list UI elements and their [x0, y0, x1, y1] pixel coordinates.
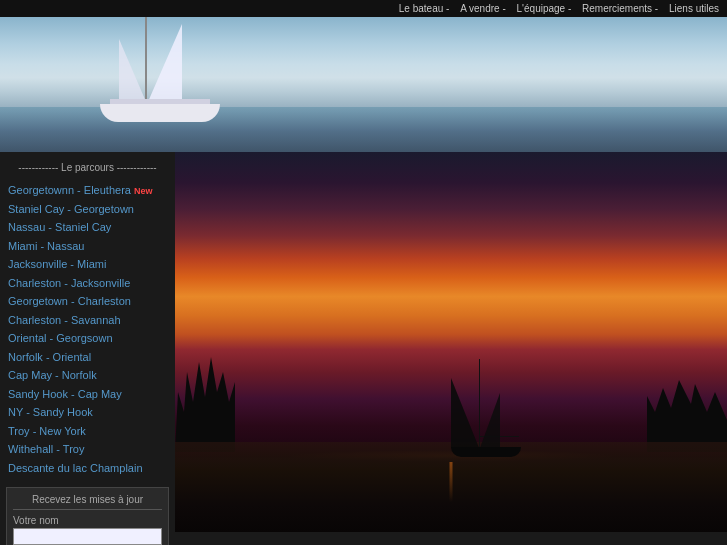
nav-item-staniel-georgetown[interactable]: Staniel Cay - Georgetown — [6, 200, 169, 219]
nav-item-jacksonville-miami[interactable]: Jacksonville - Miami — [6, 255, 169, 274]
nav-item-georgetown-charleston[interactable]: Georgetown - Charleston — [6, 292, 169, 311]
nav-item-capmay-norfolk[interactable]: Cap May - Norfolk — [6, 366, 169, 385]
newsletter-divider — [13, 509, 162, 510]
tree-left-silhouette — [175, 352, 235, 452]
newsletter-box: Recevez les mises à jour Votre nom E-mai… — [6, 487, 169, 545]
nav-item-troy-newyork[interactable]: Troy - New York — [6, 422, 169, 441]
nav-links: Le bateau - A vendre - L'équipage - Reme… — [391, 3, 719, 14]
nav-item-nassau-staniel[interactable]: Nassau - Staniel Cay — [6, 218, 169, 237]
header-image — [0, 17, 727, 152]
newsletter-name-label: Votre nom — [13, 515, 162, 526]
newsletter-title: Recevez les mises à jour — [13, 494, 162, 505]
nav-item-georgetownn-eleuthera[interactable]: Georgetownn - EleutheraNew — [6, 181, 169, 200]
nav-item-norfolk-oriental[interactable]: Norfolk - Oriental — [6, 348, 169, 367]
newsletter-name-input[interactable] — [13, 528, 162, 545]
nav-remerciements[interactable]: Remerciements — [582, 3, 652, 14]
boat-hull — [100, 104, 220, 122]
nav-item-withehall-troy[interactable]: Withehall - Troy — [6, 440, 169, 459]
nav-item-oriental-georgsown[interactable]: Oriental - Georgsown — [6, 329, 169, 348]
main-content — [175, 152, 727, 545]
sidebar-section-title: ------------ Le parcours ------------ — [6, 160, 169, 175]
sb-sail-front — [480, 393, 500, 448]
boat-sail-main — [147, 24, 182, 104]
top-navigation: Le bateau - A vendre - L'équipage - Reme… — [0, 0, 727, 17]
nav-equipage[interactable]: L'équipage — [517, 3, 566, 14]
sidebar: ------------ Le parcours ------------ Ge… — [0, 152, 175, 545]
nav-item-ny-sandyhook[interactable]: NY - Sandy Hook — [6, 403, 169, 422]
nav-item-sandyhook-capmay[interactable]: Sandy Hook - Cap May — [6, 385, 169, 404]
boat-sail-front — [119, 39, 147, 104]
nav-bateau[interactable]: Le bateau — [399, 3, 444, 14]
sb-sail-main — [451, 378, 479, 448]
nav-avendre[interactable]: A vendre — [460, 3, 499, 14]
nav-item-miami-nassau[interactable]: Miami - Nassau — [6, 237, 169, 256]
nav-item-descante-champlain[interactable]: Descante du lac Champlain — [6, 459, 169, 478]
new-badge: New — [134, 186, 153, 196]
nav-item-charleston-jacksonville[interactable]: Charleston - Jacksonville — [6, 274, 169, 293]
nav-item-charleston-savannah[interactable]: Charleston - Savannah — [6, 311, 169, 330]
main-layout: ------------ Le parcours ------------ Ge… — [0, 152, 727, 545]
sb-hull — [451, 447, 521, 457]
tree-right-silhouette — [647, 372, 727, 452]
sidebar-nav: Georgetownn - EleutheraNew Staniel Cay -… — [6, 181, 169, 477]
water-reflection — [450, 462, 453, 502]
nav-liens[interactable]: Liens utiles — [669, 3, 719, 14]
sunset-photo — [175, 152, 727, 532]
